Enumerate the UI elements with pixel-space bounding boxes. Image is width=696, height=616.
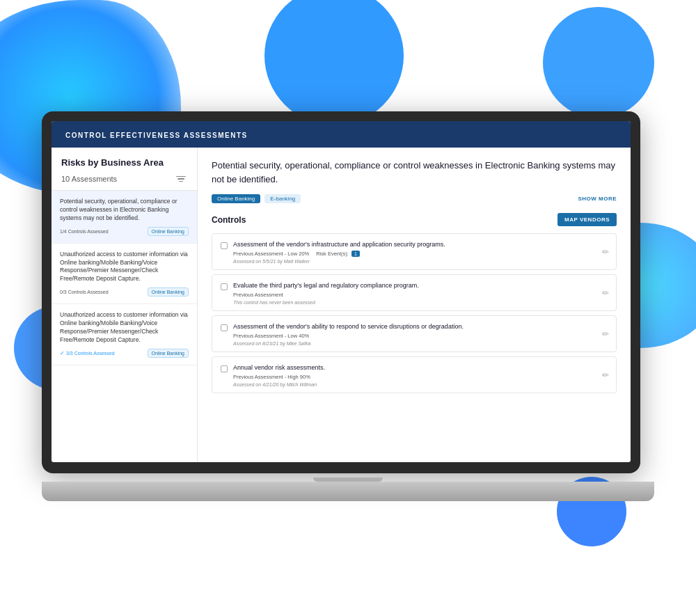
pencil-icon-3[interactable]: ✏ xyxy=(602,329,609,339)
main-content: Risks by Business Area 10 Assessments xyxy=(52,148,631,462)
control-4-prev: Previous Assessment - High 90% xyxy=(233,374,310,380)
filter-line-1 xyxy=(176,176,186,177)
control-4-meta: Previous Assessment - High 90% xyxy=(233,374,608,380)
control-1-checkbox[interactable] xyxy=(221,242,228,249)
control-2-checkbox[interactable] xyxy=(221,283,228,290)
risk-item-3[interactable]: Unauthorized access to customer informat… xyxy=(52,304,197,365)
control-2-assessed-by: This control has never been assessed xyxy=(233,300,608,305)
right-panel-risk-title: Potential security, operational, complia… xyxy=(212,159,615,186)
control-item-1-row: Assessment of the vendor's infrastructur… xyxy=(221,241,608,264)
control-item-2: Evaluate the third party's legal and reg… xyxy=(212,274,617,311)
pencil-icon-4[interactable]: ✏ xyxy=(602,370,609,380)
control-3-prev: Previous Assessment - Low 40% xyxy=(233,333,309,339)
control-3-checkbox[interactable] xyxy=(221,324,228,331)
left-panel: Risks by Business Area 10 Assessments xyxy=(52,148,198,462)
risk-item-3-controls: ✓ 3/3 Controls Assessed xyxy=(60,350,115,356)
bg-blob-topright xyxy=(543,7,654,118)
control-2-body: Evaluate the third party's legal and reg… xyxy=(233,282,608,305)
tag-online-banking[interactable]: Online Banking xyxy=(212,194,260,203)
tags-row: Online Banking E-banking SHOW MORE xyxy=(212,194,617,203)
risk-item-1-tag: Online Banking xyxy=(148,227,189,236)
filter-line-3 xyxy=(179,181,183,182)
pencil-icon-1[interactable]: ✏ xyxy=(602,247,609,257)
control-3-name: Assessment of the vendor's ability to re… xyxy=(233,323,608,330)
control-1-assessed-by: Assessed on 5/5/21 by Matt Walker xyxy=(233,259,608,264)
control-1-body: Assessment of the vendor's infrastructur… xyxy=(233,241,608,264)
control-item-3-row: Assessment of the vendor's ability to re… xyxy=(221,323,608,346)
assessments-row: 10 Assessments xyxy=(61,173,187,184)
control-item-4-row: Annual vendor risk assessments. Previous… xyxy=(221,364,608,387)
control-item-2-row: Evaluate the third party's legal and reg… xyxy=(221,282,608,305)
risk-item-3-tag: Online Banking xyxy=(148,349,189,358)
control-2-name: Evaluate the third party's legal and reg… xyxy=(233,282,608,289)
risk-item-1[interactable]: Potential security, operational, complia… xyxy=(52,191,197,244)
page-title: CONTROL EFFECTIVENESS ASSESSMENTS xyxy=(65,132,248,139)
risk-item-3-text: Unauthorized access to customer informat… xyxy=(60,311,189,345)
left-panel-title: Risks by Business Area xyxy=(61,157,187,168)
control-1-name: Assessment of the vendor's infrastructur… xyxy=(233,241,608,248)
control-item-4: Annual vendor risk assessments. Previous… xyxy=(212,356,617,393)
check-icon: ✓ xyxy=(60,350,65,356)
control-3-body: Assessment of the vendor's ability to re… xyxy=(233,323,608,346)
control-4-assessed-by: Assessed on 4/21/20 by Mitch Willman xyxy=(233,382,608,387)
control-item-1: Assessment of the vendor's infrastructur… xyxy=(212,233,617,270)
controls-title: Controls xyxy=(212,215,246,225)
control-3-meta: Previous Assessment - Low 40% xyxy=(233,333,608,339)
control-3-assessed-by: Assessed on 8/23/21 by Mike Safka xyxy=(233,341,608,346)
risk-item-1-text: Potential security, operational, complia… xyxy=(60,198,189,223)
control-4-body: Annual vendor risk assessments. Previous… xyxy=(233,364,608,387)
risk-item-3-meta: ✓ 3/3 Controls Assessed Online Banking xyxy=(60,349,189,358)
control-4-name: Annual vendor risk assessments. xyxy=(233,364,608,371)
screen: CONTROL EFFECTIVENESS ASSESSMENTS Risks … xyxy=(52,121,631,462)
pencil-icon-2[interactable]: ✏ xyxy=(602,288,609,298)
control-2-prev: Previous Assessment xyxy=(233,292,283,298)
risk-item-2-meta: 0/3 Controls Assessed Online Banking xyxy=(60,287,189,297)
control-1-meta: Previous Assessment - Low 20% Risk Event… xyxy=(233,251,608,257)
control-1-prev: Previous Assessment - Low 20% xyxy=(233,251,309,257)
risk-item-1-meta: 1/4 Controls Assessed Online Banking xyxy=(60,227,189,236)
risk-item-1-controls: 1/4 Controls Assessed xyxy=(60,229,109,234)
right-panel: Potential security, operational, complia… xyxy=(198,148,631,462)
bg-blob-topcenter xyxy=(264,0,404,125)
laptop-base xyxy=(42,482,654,501)
risk-events-count: 1 xyxy=(351,251,360,257)
control-2-meta: Previous Assessment xyxy=(233,292,608,298)
control-4-checkbox[interactable] xyxy=(221,365,228,372)
controls-header: Controls MAP VENDORS xyxy=(212,213,617,226)
risk-item-2-text: Unauthorized access to customer informat… xyxy=(60,251,189,284)
show-more-button[interactable]: SHOW MORE xyxy=(578,196,617,202)
left-panel-header: Risks by Business Area 10 Assessments xyxy=(52,148,197,191)
header-bar: CONTROL EFFECTIVENESS ASSESSMENTS xyxy=(52,121,631,148)
risk-item-2[interactable]: Unauthorized access to customer informat… xyxy=(52,244,197,305)
control-item-3: Assessment of the vendor's ability to re… xyxy=(212,315,617,352)
risk-events-label: Risk Event(s): xyxy=(316,251,349,257)
filter-line-2 xyxy=(177,178,184,180)
risk-item-2-controls: 0/3 Controls Assessed xyxy=(60,290,109,294)
tag-ebanking[interactable]: E-banking xyxy=(264,194,301,203)
map-vendors-button[interactable]: MAP VENDORS xyxy=(557,213,617,226)
controls-section: Controls MAP VENDORS Assessment of the v… xyxy=(212,213,617,393)
assessments-count: 10 Assessments xyxy=(61,175,117,183)
control-1-risk-events: Risk Event(s): 1 xyxy=(316,251,360,257)
laptop: CONTROL EFFECTIVENESS ASSESSMENTS Risks … xyxy=(42,111,654,501)
risk-item-2-tag: Online Banking xyxy=(148,287,189,297)
laptop-bezel: CONTROL EFFECTIVENESS ASSESSMENTS Risks … xyxy=(42,111,640,473)
filter-icon[interactable] xyxy=(176,173,187,184)
